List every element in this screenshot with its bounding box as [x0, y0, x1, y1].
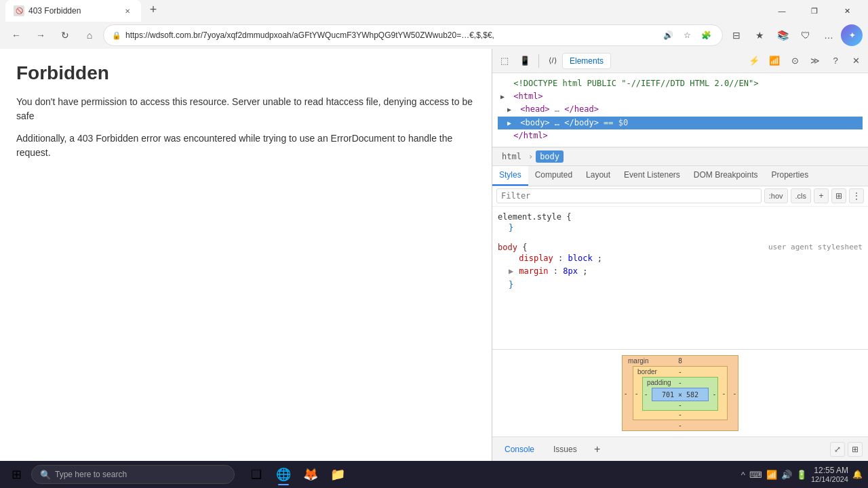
read-aloud-icon[interactable]: 🔊	[660, 27, 676, 43]
html-expand-arrow[interactable]: ▶	[500, 92, 509, 102]
close-button[interactable]: ✕	[831, 0, 863, 22]
tab-event-listeners[interactable]: Event Listeners	[617, 166, 687, 186]
browser-essentials-button[interactable]: 🛡	[795, 24, 816, 46]
element-style-text: element.style {	[498, 212, 571, 222]
head-line[interactable]: ▶ <head> … </head>	[498, 103, 863, 116]
body-expand-arrow[interactable]: ▶	[507, 118, 515, 129]
border-top-val[interactable]: -	[679, 368, 681, 375]
tab-strip: 🚫 403 Forbidden ✕ +	[5, 0, 761, 22]
head-expand-arrow[interactable]: ▶	[507, 104, 515, 115]
file-explorer-taskbar[interactable]: 📁	[326, 462, 350, 487]
html-doctype-line[interactable]: <!DOCTYPE html PUBLIC "-//IETF//DTD HTML…	[498, 77, 863, 90]
chevron-icon[interactable]: ^	[741, 470, 745, 480]
device-emulation-button[interactable]: 📱	[515, 52, 534, 70]
minimize-button[interactable]: —	[766, 0, 797, 22]
margin-colon: :	[553, 266, 563, 276]
add-panel-button[interactable]: +	[589, 441, 606, 458]
add-style-rule-button[interactable]: +	[814, 188, 829, 203]
breadcrumb-html[interactable]: html	[498, 150, 526, 163]
copilot-button[interactable]: ✦	[841, 24, 863, 46]
toggle-state-button[interactable]: ⊞	[831, 188, 846, 203]
tab-elements[interactable]: Elements	[562, 53, 611, 69]
wifi-icon[interactable]: 📶	[766, 470, 777, 480]
volume-icon[interactable]: 🔊	[781, 470, 792, 480]
body-selector: body	[498, 243, 517, 252]
active-tab[interactable]: 🚫 403 Forbidden ✕	[5, 0, 141, 22]
back-button[interactable]: ←	[5, 24, 27, 46]
devtools-wifi-button[interactable]: 📶	[765, 52, 784, 70]
body-dots: …	[555, 118, 564, 127]
html-open-line[interactable]: ▶ <html>	[498, 90, 863, 103]
new-tab-button[interactable]: +	[144, 0, 163, 19]
margin-toggle[interactable]: ▶	[509, 265, 514, 278]
edge-browser-taskbar[interactable]: 🌐	[271, 462, 296, 487]
box-model-container: margin 8 - - - border - - -	[498, 355, 863, 431]
maximize-button[interactable]: ❐	[799, 0, 830, 22]
refresh-button[interactable]: ↻	[54, 24, 76, 46]
address-bar[interactable]: 🔒 https://wdsoft.com.br/7yoya/xqf2dmmudp…	[103, 24, 723, 46]
body-open-tag: <body>	[520, 118, 549, 127]
console-tab[interactable]: Console	[498, 442, 541, 457]
more-style-options-button[interactable]: ⋮	[849, 188, 864, 203]
styles-filter-input[interactable]	[496, 188, 762, 203]
favorites-icon[interactable]: ☆	[679, 27, 695, 43]
tab-dom-breakpoints-label: DOM Breakpoints	[694, 170, 758, 180]
firefox-taskbar[interactable]: 🦊	[298, 462, 323, 487]
tab-computed[interactable]: Computed	[528, 166, 579, 186]
padding-left-val[interactable]: -	[645, 390, 647, 398]
tab-close-button[interactable]: ✕	[122, 5, 133, 16]
extension-icon[interactable]: 🧩	[698, 27, 714, 43]
dock-bottom-button[interactable]: ⤢	[830, 442, 845, 457]
taskbar-clock[interactable]: 12:55 AM 12/14/2024	[811, 466, 848, 483]
styles-tabs: Styles Computed Layout Event Listeners D…	[492, 166, 868, 186]
elements-icon[interactable]: ⟨/⟩	[543, 52, 562, 70]
collections-button[interactable]: 📚	[772, 24, 793, 46]
devtools-panel: ⬚ 📱 ⟨/⟩ Elements ⚡ 📶 ⊙ ≫ ? ✕	[492, 49, 868, 461]
margin-property[interactable]: ▶ margin : 8px ;	[498, 265, 863, 278]
cls-button[interactable]: .cls	[791, 188, 812, 203]
margin-top-val[interactable]: 8	[678, 357, 682, 365]
start-button[interactable]: ⊞	[5, 464, 27, 485]
task-view-button[interactable]: ❑	[244, 462, 269, 487]
issues-tab[interactable]: Issues	[547, 442, 584, 457]
border-left-val[interactable]: -	[635, 390, 637, 397]
favorites-bar-button[interactable]: ★	[749, 24, 770, 46]
padding-bottom-val[interactable]: -	[679, 401, 681, 409]
devtools-performance-button[interactable]: ⚡	[745, 52, 764, 70]
padding-right-val[interactable]: -	[713, 390, 715, 398]
border-right-val[interactable]: -	[723, 390, 725, 397]
display-property[interactable]: display : block ;	[498, 252, 863, 265]
devtools-bottom-bar: Console Issues + ⤢ ⊞	[492, 436, 868, 461]
keyboard-icon[interactable]: ⌨	[749, 470, 762, 480]
padding-top-val[interactable]: -	[679, 379, 681, 386]
taskbar-search-box[interactable]: 🔍 Type here to search	[31, 465, 235, 484]
tab-dom-breakpoints[interactable]: DOM Breakpoints	[687, 166, 765, 186]
devtools-help-button[interactable]: ?	[826, 52, 845, 70]
battery-icon[interactable]: 🔋	[796, 470, 807, 480]
border-bottom-val[interactable]: -	[679, 411, 681, 418]
body-line[interactable]: ▶ <body> … </body> == $0	[498, 117, 863, 129]
tab-styles-label: Styles	[499, 170, 521, 180]
margin-left-val[interactable]: -	[625, 390, 627, 397]
tab-properties[interactable]: Properties	[765, 166, 816, 186]
devtools-more-button[interactable]: ≫	[806, 52, 825, 70]
home-button[interactable]: ⌂	[79, 24, 100, 46]
clock-date: 12/14/2024	[811, 475, 848, 483]
tab-layout[interactable]: Layout	[579, 166, 617, 186]
devtools-extra-button[interactable]: ⊙	[785, 52, 804, 70]
devtools-close-button[interactable]: ✕	[846, 52, 865, 70]
html-close-line[interactable]: </html>	[498, 129, 863, 142]
inspect-element-button[interactable]: ⬚	[495, 52, 514, 70]
task-view-icon: ❑	[251, 467, 262, 482]
forward-button[interactable]: →	[30, 24, 52, 46]
taskbar-right: ^ ⌨ 📶 🔊 🔋 12:55 AM 12/14/2024 🔔	[741, 466, 863, 483]
margin-bottom-val[interactable]: -	[679, 422, 681, 429]
split-screen-button[interactable]: ⊟	[726, 24, 747, 46]
settings-button[interactable]: …	[818, 24, 840, 46]
margin-right-val[interactable]: -	[734, 390, 736, 397]
notification-icon[interactable]: 🔔	[852, 470, 863, 479]
split-view-button[interactable]: ⊞	[848, 442, 863, 457]
tab-styles[interactable]: Styles	[492, 166, 528, 186]
breadcrumb-body[interactable]: body	[536, 150, 564, 163]
hov-button[interactable]: :hov	[764, 188, 788, 203]
